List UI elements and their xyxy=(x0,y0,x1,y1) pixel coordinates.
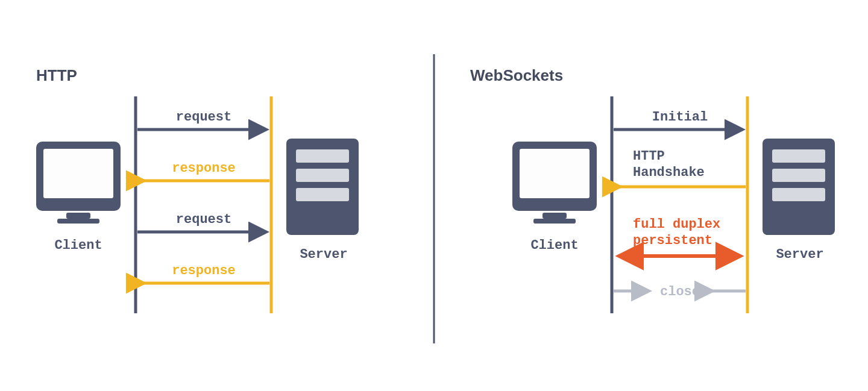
svg-rect-10 xyxy=(542,213,567,219)
http-request-label-1: request xyxy=(176,110,231,125)
ws-handshake-label-1: HTTP xyxy=(633,149,665,164)
svg-rect-7 xyxy=(296,188,349,201)
svg-rect-15 xyxy=(772,188,825,201)
svg-rect-5 xyxy=(296,149,349,163)
http-response-label-2: response xyxy=(172,263,236,278)
svg-rect-6 xyxy=(296,169,349,182)
svg-rect-11 xyxy=(533,219,576,224)
ws-initial-label: Initial xyxy=(652,110,708,125)
server-tower-icon xyxy=(286,139,359,235)
svg-rect-1 xyxy=(43,149,113,198)
ws-server-caption: Server xyxy=(755,247,845,262)
client-monitor-icon xyxy=(36,142,121,224)
svg-rect-3 xyxy=(57,219,99,224)
http-server-caption: Server xyxy=(278,247,369,262)
http-response-label-1: response xyxy=(172,161,236,176)
http-client-caption: Client xyxy=(33,238,124,253)
svg-rect-9 xyxy=(520,149,590,198)
svg-rect-2 xyxy=(66,213,90,219)
svg-rect-14 xyxy=(772,169,825,182)
http-request-label-2: request xyxy=(176,212,231,227)
svg-rect-13 xyxy=(772,149,825,163)
ws-duplex-label-1: full duplex xyxy=(633,217,720,232)
ws-handshake-label-2: Handshake xyxy=(633,165,705,180)
ws-client-caption: Client xyxy=(509,238,600,253)
ws-client-monitor-icon xyxy=(512,142,597,224)
diagram-canvas: request response request response Initia… xyxy=(0,0,868,391)
ws-server-tower-icon xyxy=(763,139,835,235)
ws-close-label: close xyxy=(660,284,700,299)
ws-duplex-label-2: persistent xyxy=(633,233,712,248)
